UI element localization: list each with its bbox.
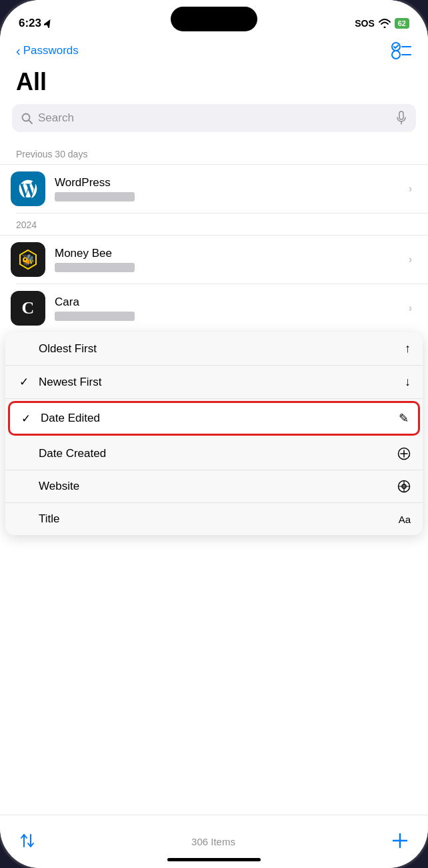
location-icon: [44, 19, 52, 28]
svg-text:C: C: [22, 298, 35, 318]
filter-icon-svg: [391, 41, 412, 60]
wordpress-item-text: WordPress: [55, 176, 399, 201]
date-created-label: Date Created: [39, 447, 106, 460]
search-container: Search: [0, 104, 428, 143]
checkmark-date-created: [17, 447, 31, 460]
dropdown-item-newest-first[interactable]: ✓ Newest First ↓: [5, 366, 423, 399]
search-placeholder: Search: [38, 111, 391, 125]
wordpress-logo: [16, 177, 40, 201]
wordpress-subtitle: [55, 192, 135, 201]
dropdown-item-website[interactable]: Website: [5, 470, 423, 503]
newest-first-label: Newest First: [39, 376, 101, 389]
svg-rect-6: [399, 111, 403, 119]
phone-frame: 6:23 SOS 62 ‹ Pas: [0, 0, 428, 868]
sort-icon: [19, 832, 36, 849]
svg-line-5: [29, 120, 32, 123]
date-edited-label: Date Edited: [41, 412, 100, 425]
dropdown-item-date-edited[interactable]: ✓ Date Edited ✎: [8, 401, 420, 436]
filter-icon[interactable]: [391, 41, 412, 60]
cara-subtitle: [55, 312, 135, 321]
list-item-cara[interactable]: C Cara ›: [0, 284, 428, 332]
checkmark-website: [17, 480, 31, 493]
svg-point-2: [392, 51, 400, 59]
app-icon-cara: C: [11, 291, 45, 326]
page-title: All: [16, 68, 412, 96]
dropdown-overlay: Oldest First ↑ ✓ Newest First ↓: [0, 332, 428, 535]
checkmark-oldest: [17, 342, 31, 356]
svg-text:🐝: 🐝: [21, 254, 35, 266]
dropdown-item-website-left: Website: [17, 480, 79, 493]
page-title-section: All: [0, 65, 428, 104]
title-label: Title: [39, 512, 60, 526]
chevron-left-icon: ‹: [16, 43, 21, 59]
add-button[interactable]: [391, 831, 409, 853]
chevron-right-moneybee: ›: [409, 254, 412, 266]
search-icon: [21, 113, 33, 124]
moneybee-item-text: Money Bee: [55, 247, 399, 272]
search-bar[interactable]: Search: [12, 104, 416, 132]
section-previous-30-days: Previous 30 days: [0, 143, 428, 164]
website-icon: [397, 480, 411, 493]
status-time: 6:23: [19, 17, 52, 30]
checkmark-title: [17, 512, 31, 526]
cara-title: Cara: [55, 296, 399, 309]
cara-logo: C: [15, 295, 41, 322]
dynamic-island: [171, 7, 257, 31]
section-label-2024: 2024: [16, 220, 37, 230]
battery-badge: 62: [395, 18, 409, 29]
mic-icon: [396, 111, 407, 125]
app-icon-wordpress: [11, 171, 45, 206]
list-item-wordpress[interactable]: WordPress ›: [0, 165, 428, 213]
wordpress-title: WordPress: [55, 176, 399, 189]
moneybee-subtitle: [55, 263, 135, 272]
date-created-icon: [397, 447, 411, 460]
cara-item-text: Cara: [55, 296, 399, 321]
section-label-30days: Previous 30 days: [16, 149, 87, 159]
dropdown-item-date-created[interactable]: Date Created: [5, 438, 423, 470]
moneybee-title: Money Bee: [55, 247, 399, 260]
add-icon: [391, 831, 409, 850]
nav-bar: ‹ Passwords: [0, 36, 428, 65]
title-icon: Aa: [399, 514, 411, 525]
status-right-icons: SOS 62: [355, 18, 409, 29]
checkmark-newest: ✓: [17, 375, 31, 389]
wifi-icon: [379, 19, 391, 28]
back-button[interactable]: ‹ Passwords: [16, 43, 79, 59]
back-label: Passwords: [23, 44, 79, 57]
checkmark-date-edited: ✓: [19, 412, 33, 426]
phone-screen: 6:23 SOS 62 ‹ Pas: [0, 0, 428, 868]
dropdown-item-newest-left: ✓ Newest First: [17, 375, 101, 389]
dropdown-item-date-created-left: Date Created: [17, 447, 106, 460]
oldest-first-label: Oldest First: [39, 342, 97, 356]
dropdown-item-title[interactable]: Title Aa: [5, 503, 423, 535]
dropdown-menu: Oldest First ↑ ✓ Newest First ↓: [5, 332, 423, 535]
newest-first-icon: ↓: [405, 375, 411, 389]
date-edited-wrapper: ✓ Date Edited ✎: [5, 399, 423, 438]
chevron-right-wordpress: ›: [409, 183, 412, 195]
app-icon-moneybee: 🐝: [11, 242, 45, 277]
chevron-right-cara: ›: [409, 302, 412, 314]
dropdown-item-date-edited-left: ✓ Date Edited: [19, 412, 100, 426]
home-indicator: [167, 858, 261, 861]
date-edited-icon: ✎: [399, 411, 409, 426]
dropdown-item-oldest-left: Oldest First: [17, 342, 97, 356]
sos-label: SOS: [355, 18, 375, 29]
moneybee-logo: 🐝: [15, 246, 41, 273]
oldest-first-icon: ↑: [405, 342, 411, 356]
sort-button[interactable]: [19, 832, 36, 852]
toolbar-count: 306 Items: [191, 836, 235, 847]
dropdown-item-oldest-first[interactable]: Oldest First ↑: [5, 332, 423, 366]
website-label: Website: [39, 480, 79, 493]
dropdown-item-title-left: Title: [17, 512, 60, 526]
list-item-moneybee[interactable]: 🐝 Money Bee ›: [0, 236, 428, 284]
section-2024: 2024: [0, 213, 428, 235]
